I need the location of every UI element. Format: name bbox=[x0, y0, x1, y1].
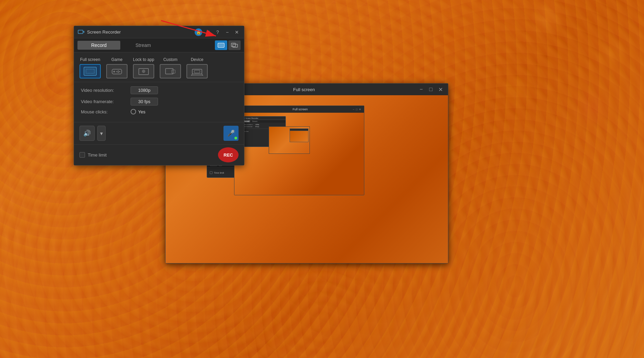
microphone-icon: 🎤 bbox=[227, 129, 235, 137]
footer-row: Time limit REC bbox=[74, 144, 244, 165]
custom-mode-label: Custom bbox=[163, 57, 177, 62]
main-window-title: Screen Recorder bbox=[87, 29, 195, 35]
device-mode[interactable]: Device bbox=[186, 57, 208, 78]
fullscreen-window-controls: − □ ✕ bbox=[418, 86, 444, 93]
tiny-min-icon[interactable]: − bbox=[353, 108, 354, 111]
video-framerate-label: Video framerate: bbox=[81, 99, 131, 104]
tiny-preview-title: Full screen bbox=[247, 108, 353, 111]
small-time-limit-checkbox[interactable] bbox=[210, 171, 212, 174]
audio-dropdown-button[interactable]: ▾ bbox=[97, 126, 106, 141]
microphone-button[interactable]: 🎤 bbox=[223, 126, 239, 141]
micro-micro-bg bbox=[290, 131, 308, 142]
game-mode-label: Game bbox=[111, 57, 123, 62]
locktoapp-mode[interactable]: Lock to app bbox=[133, 57, 154, 78]
micro-resolution-value: 1080p bbox=[255, 124, 259, 125]
fullscreen-mode[interactable]: Full screen bbox=[80, 57, 101, 78]
mouse-clicks-radio[interactable]: Yes bbox=[131, 109, 145, 114]
time-limit-label: Time limit bbox=[88, 152, 107, 158]
svg-rect-23 bbox=[172, 70, 175, 73]
video-framerate-row: Video framerate: 30 fps bbox=[81, 98, 237, 106]
app-icon bbox=[77, 29, 84, 36]
svg-point-14 bbox=[118, 71, 119, 72]
video-resolution-value[interactable]: 1080p bbox=[131, 86, 158, 94]
time-limit-checkbox-row[interactable]: Time limit bbox=[80, 152, 107, 158]
video-framerate-value[interactable]: 30 fps bbox=[131, 98, 158, 106]
micro-resolution-row: Video resolution: 1080p bbox=[243, 124, 284, 125]
titlebar-controls: 🔒 ⚙ ? − ✕ bbox=[195, 28, 241, 36]
micro-titlebar: Screen Recorder bbox=[242, 116, 285, 120]
tiny-preview-area: Screen Recorder Record Stream Video reso… bbox=[234, 113, 364, 195]
view-toggles bbox=[215, 40, 241, 50]
fullscreen-mode-icon bbox=[80, 64, 101, 78]
speaker-icon: 🔊 bbox=[83, 129, 91, 137]
locktoapp-mode-label: Lock to app bbox=[133, 57, 154, 62]
gear-button[interactable]: ⚙ bbox=[204, 28, 212, 36]
video-resolution-row: Video resolution: 1080p bbox=[81, 86, 237, 94]
close-button[interactable]: ✕ bbox=[233, 28, 241, 36]
svg-rect-9 bbox=[85, 68, 96, 75]
svg-rect-24 bbox=[192, 69, 202, 74]
custom-mode-icon bbox=[160, 64, 181, 78]
tiny-titlebar: Full screen − □ ✕ bbox=[234, 106, 364, 113]
fullscreen-view-toggle[interactable] bbox=[215, 40, 227, 50]
mouse-clicks-label: Mouse clicks: bbox=[81, 109, 131, 114]
mouse-clicks-value: Yes bbox=[138, 109, 145, 114]
svg-rect-2 bbox=[78, 30, 83, 34]
record-tab[interactable]: Record bbox=[77, 41, 120, 50]
time-limit-checkbox[interactable] bbox=[80, 152, 85, 158]
fullscreen-mode-label: Full screen bbox=[80, 57, 100, 62]
fs-close-button[interactable]: ✕ bbox=[437, 86, 444, 93]
fs-restore-button[interactable]: □ bbox=[427, 86, 434, 93]
svg-rect-5 bbox=[219, 44, 223, 47]
tiny-close-icon[interactable]: ✕ bbox=[359, 108, 361, 111]
game-mode-icon bbox=[106, 64, 127, 78]
small-time-limit-row: Time limit bbox=[210, 171, 224, 174]
capture-modes-row: Full screen Game bbox=[74, 52, 244, 82]
help-button[interactable]: ? bbox=[214, 28, 221, 36]
rec-button[interactable]: REC bbox=[218, 147, 239, 162]
game-mode[interactable]: Game bbox=[106, 57, 127, 78]
svg-rect-6 bbox=[231, 43, 235, 47]
svg-point-16 bbox=[118, 72, 119, 73]
micro-title: Screen Recorder bbox=[245, 117, 258, 119]
device-mode-label: Device bbox=[191, 57, 204, 62]
svg-point-15 bbox=[119, 71, 120, 72]
micro-framerate-label: Video framerate: bbox=[243, 126, 255, 127]
window-view-toggle[interactable] bbox=[228, 40, 241, 50]
device-mode-icon bbox=[186, 64, 208, 78]
main-recorder-window: Screen Recorder 🔒 ⚙ ? − ✕ Record Stream bbox=[74, 26, 244, 165]
micro-framerate-value: 30 fps bbox=[255, 126, 259, 127]
micro-resolution-label: Video resolution: bbox=[243, 124, 255, 125]
svg-rect-28 bbox=[194, 70, 200, 73]
micro-tabs: Record Stream bbox=[242, 120, 285, 123]
tiny-restore-icon[interactable]: □ bbox=[356, 108, 357, 111]
stream-tab[interactable]: Stream bbox=[122, 41, 165, 50]
main-titlebar: Screen Recorder 🔒 ⚙ ? − ✕ bbox=[74, 26, 244, 38]
video-resolution-label: Video resolution: bbox=[81, 88, 131, 93]
dropdown-arrow-icon: ▾ bbox=[100, 130, 103, 137]
tiny-preview-window: Full screen − □ ✕ Screen Recorder Record bbox=[234, 106, 364, 195]
mic-active-indicator bbox=[234, 137, 237, 139]
lock-button[interactable]: 🔒 bbox=[195, 28, 202, 36]
micro-stream-tab: Stream bbox=[251, 120, 258, 122]
locktoapp-mode-icon bbox=[133, 64, 154, 78]
svg-point-17 bbox=[117, 71, 118, 72]
micro-preview-area bbox=[269, 126, 310, 154]
svg-line-26 bbox=[202, 74, 203, 75]
audio-controls: 🔊 ▾ 🎤 bbox=[74, 122, 244, 144]
small-time-limit-label: Time limit bbox=[214, 172, 224, 174]
minimize-button[interactable]: − bbox=[223, 28, 231, 36]
radio-circle-icon bbox=[131, 109, 136, 114]
mouse-clicks-row: Mouse clicks: Yes bbox=[81, 109, 237, 114]
settings-area: Video resolution: 1080p Video framerate:… bbox=[74, 82, 244, 122]
custom-mode[interactable]: Custom bbox=[160, 57, 181, 78]
fs-minimize-button[interactable]: − bbox=[418, 86, 425, 93]
svg-line-25 bbox=[192, 74, 192, 75]
micro-micro-window bbox=[290, 128, 308, 142]
tabs-row: Record Stream bbox=[74, 38, 244, 52]
audio-source-button[interactable]: 🔊 bbox=[80, 126, 95, 141]
